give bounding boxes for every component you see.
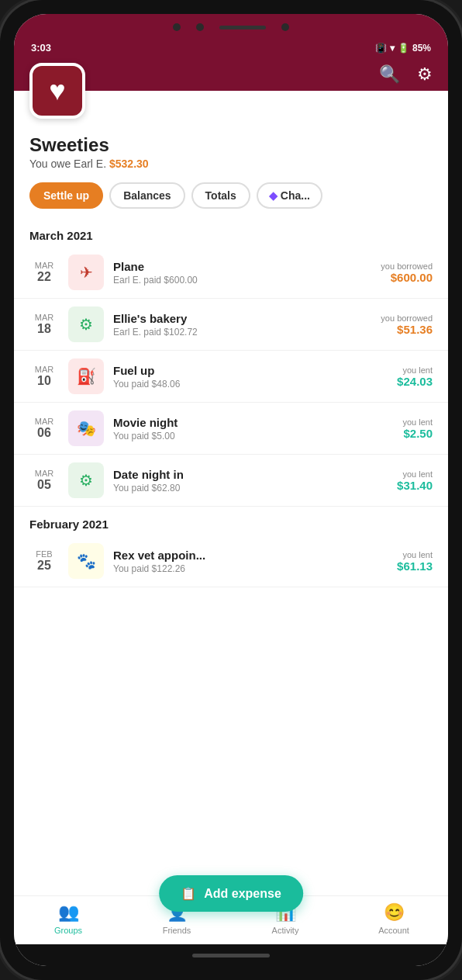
expense-details: Date night in You paid $62.80 — [113, 468, 397, 493]
group-owe: You owe Earl E. $532.30 — [29, 158, 433, 170]
expense-label: you borrowed — [381, 261, 433, 271]
expense-icon: ⛽ — [68, 358, 104, 394]
date-day: 06 — [29, 426, 59, 440]
expense-amount: you borrowed $51.36 — [381, 313, 433, 336]
expense-amount: you lent $24.03 — [397, 365, 433, 388]
expense-list: March 2021 Mar 22 ✈ Plane Earl E. paid $… — [14, 218, 448, 895]
expense-paid: You paid $122.26 — [113, 563, 397, 574]
month-header-march: March 2021 — [14, 218, 448, 247]
amount-value: $31.40 — [397, 479, 433, 492]
expense-date: Mar 18 — [29, 313, 59, 336]
group-name: Sweeties — [29, 134, 433, 156]
nav-account[interactable]: 😊 Account — [340, 902, 448, 935]
amount-value: $51.36 — [381, 323, 433, 336]
wifi-icon: ▾ — [390, 43, 395, 54]
owe-amount: $532.30 — [109, 158, 149, 170]
expense-icon: 🐾 — [68, 543, 104, 579]
add-expense-label: Add expense — [204, 887, 281, 901]
add-expense-icon: 📋 — [181, 886, 196, 901]
settings-button[interactable]: ⚙ — [417, 64, 433, 85]
nav-label-activity: Activity — [272, 926, 299, 935]
month-label-feb: February 2021 — [29, 518, 109, 531]
expense-icon: ✈ — [68, 255, 104, 290]
status-bar: 3:03 📳 ▾ 🔋 85% — [14, 36, 448, 58]
expense-name: Movie night — [113, 416, 402, 429]
date-month: Mar — [29, 417, 59, 426]
expense-label: you lent — [397, 550, 433, 559]
expense-paid: You paid $48.06 — [113, 379, 397, 390]
expense-paid: Earl E. paid $600.00 — [113, 275, 381, 286]
list-item[interactable]: Mar 10 ⛽ Fuel up You paid $48.06 you len… — [14, 351, 448, 403]
add-expense-button[interactable]: 📋 Add expense — [159, 875, 303, 912]
time-display: 3:03 — [31, 42, 51, 54]
date-day: 18 — [29, 322, 59, 336]
date-month: Mar — [29, 261, 59, 270]
diamond-icon: ◆ — [269, 189, 278, 202]
list-item[interactable]: Mar 22 ✈ Plane Earl E. paid $600.00 you … — [14, 247, 448, 299]
groups-icon: 👥 — [58, 902, 79, 923]
expense-label: you lent — [397, 469, 433, 479]
expense-icon: 🎭 — [68, 410, 104, 446]
expense-icon: ⚙ — [68, 462, 104, 498]
amount-value: $24.03 — [397, 375, 433, 388]
heart-icon: ♥ — [49, 77, 65, 105]
expense-date: Mar 22 — [29, 261, 59, 284]
settle-up-button[interactable]: Settle up — [29, 182, 103, 209]
expense-name: Plane — [113, 260, 381, 273]
status-icons: 📳 ▾ 🔋 85% — [375, 43, 431, 54]
list-item[interactable]: Mar 18 ⚙ Ellie's bakery Earl E. paid $10… — [14, 299, 448, 351]
totals-tab[interactable]: Totals — [191, 182, 250, 209]
expense-amount: you lent $61.13 — [397, 550, 433, 573]
action-tabs: Settle up Balances Totals ◆ Cha... — [14, 179, 448, 218]
expense-date: Mar 05 — [29, 469, 59, 492]
expense-name: Date night in — [113, 468, 397, 481]
vibrate-icon: 📳 — [375, 43, 387, 54]
home-bar — [14, 944, 448, 966]
expense-name: Ellie's bakery — [113, 312, 381, 325]
amount-value: $600.00 — [381, 271, 433, 284]
expense-details: Fuel up You paid $48.06 — [113, 364, 397, 390]
list-item[interactable]: Feb 25 🐾 Rex vet appoin... You paid $122… — [14, 535, 448, 587]
expense-date: Mar 06 — [29, 417, 59, 440]
date-month: Feb — [29, 549, 59, 559]
battery-icon: 🔋 — [398, 43, 409, 54]
date-month: Mar — [29, 313, 59, 322]
expense-label: you borrowed — [381, 313, 433, 323]
amount-value: $2.50 — [402, 427, 433, 440]
expense-name: Rex vet appoin... — [113, 549, 397, 562]
nav-label-account: Account — [378, 926, 409, 935]
app-icon-section: ♥ — [14, 91, 448, 128]
battery-percent: 85% — [412, 43, 431, 54]
expense-amount: you lent $31.40 — [397, 469, 433, 492]
list-item[interactable]: Mar 06 🎭 Movie night You paid $5.00 you … — [14, 403, 448, 455]
month-label-march: March 2021 — [29, 229, 93, 242]
expense-date: Feb 25 — [29, 549, 59, 573]
group-info: Sweeties You owe Earl E. $532.30 — [14, 128, 448, 179]
account-icon: 😊 — [384, 902, 405, 923]
nav-label-friends: Friends — [163, 926, 191, 935]
date-day: 05 — [29, 478, 59, 492]
search-button[interactable]: 🔍 — [379, 64, 400, 85]
expense-details: Movie night You paid $5.00 — [113, 416, 402, 442]
expense-paid: You paid $5.00 — [113, 431, 402, 442]
expense-paid: You paid $62.80 — [113, 483, 397, 493]
date-day: 25 — [29, 559, 59, 573]
group-icon: ♥ — [29, 63, 85, 119]
expense-label: you lent — [397, 365, 433, 375]
expense-label: you lent — [402, 417, 433, 427]
expense-details: Ellie's bakery Earl E. paid $102.72 — [113, 312, 381, 338]
expense-date: Mar 10 — [29, 365, 59, 388]
date-day: 10 — [29, 374, 59, 388]
time: 3:03 — [31, 42, 51, 54]
header-actions: 🔍 ⚙ — [379, 64, 433, 85]
nav-groups[interactable]: 👥 Groups — [14, 902, 122, 935]
list-item[interactable]: Mar 05 ⚙ Date night in You paid $62.80 y… — [14, 455, 448, 507]
expense-details: Rex vet appoin... You paid $122.26 — [113, 549, 397, 574]
balances-tab[interactable]: Balances — [109, 182, 184, 209]
home-indicator — [192, 954, 270, 957]
amount-value: $61.13 — [397, 559, 433, 573]
date-month: Mar — [29, 469, 59, 478]
charts-tab[interactable]: ◆ Cha... — [257, 182, 322, 209]
expense-amount: you borrowed $600.00 — [381, 261, 433, 284]
expense-details: Plane Earl E. paid $600.00 — [113, 260, 381, 286]
